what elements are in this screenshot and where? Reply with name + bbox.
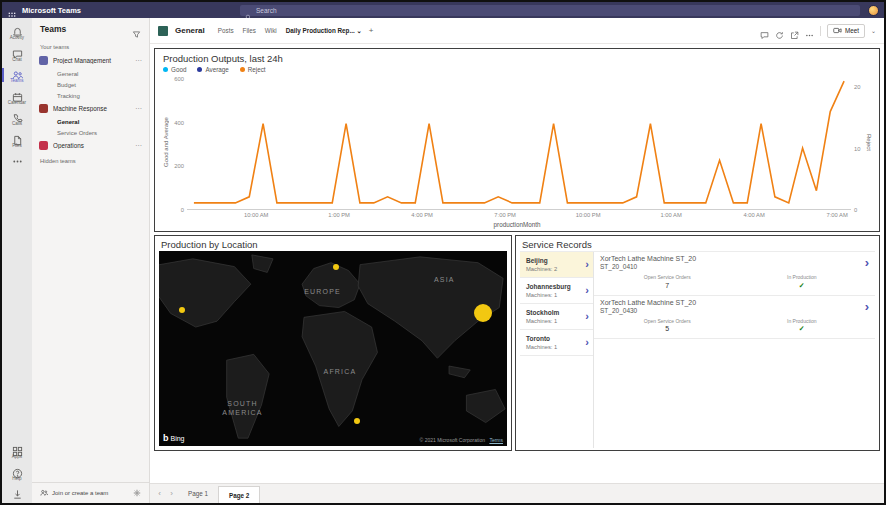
filter-icon[interactable] [132, 25, 141, 34]
map-continents [159, 251, 507, 446]
channel-project-management-general[interactable]: General [32, 68, 149, 79]
map-dot-stockholm[interactable] [333, 264, 339, 270]
records-list: XorTech Lathe Machine ST_20ST_20_0410›Op… [594, 252, 875, 448]
chart-legend: GoodAverageReject [161, 65, 873, 75]
map-label-south-america: SOUTH AMERICA [222, 400, 262, 418]
record-top: XorTech Lathe Machine ST_20ST_20_0410› [600, 255, 869, 270]
team-project-management[interactable]: Project Management⋯ [32, 53, 149, 68]
header-divider [820, 26, 821, 36]
download-icon [12, 486, 23, 497]
channel-project-management-tracking[interactable]: Tracking [32, 90, 149, 101]
search-bar[interactable]: Search [240, 5, 860, 16]
header-popout-icon[interactable] [790, 26, 799, 35]
x-axis-ticks: 10:00 AM1:00 PM4:00 PM7:00 PM10:00 PM1:0… [187, 211, 851, 221]
header-chat-icon[interactable] [760, 26, 769, 35]
location-toronto[interactable]: TorontoMachines: 1› [520, 330, 593, 356]
meet-button[interactable]: Meet [827, 24, 865, 38]
rail-item-label: Apps [12, 455, 22, 460]
world-map[interactable]: EUROPEASIAAFRICASOUTH AMERICA b Bing © 2… [159, 251, 507, 446]
rail-item-apps[interactable]: Apps [2, 440, 32, 462]
tab-posts[interactable]: Posts [218, 27, 234, 34]
team-more-options[interactable]: ⋯ [135, 142, 142, 149]
header-more-icon[interactable] [805, 26, 814, 35]
join-create-team-button[interactable]: Join or create a team [52, 490, 129, 496]
record-text: XorTech Lathe Machine ST_20ST_20_0410 [600, 255, 696, 270]
meet-dropdown-caret[interactable]: ⌄ [871, 27, 876, 34]
files-icon [12, 132, 23, 143]
production-chart-panel[interactable]: Production Outputs, last 24h GoodAverage… [154, 48, 880, 232]
rail-item-help[interactable]: Help [2, 462, 32, 484]
rail-item-teams[interactable]: Teams [2, 64, 32, 86]
orders-label: Open Service Orders [600, 318, 735, 324]
chevron-right-icon[interactable]: › [865, 256, 869, 269]
hidden-teams-label[interactable]: Hidden teams [32, 153, 149, 167]
team-badge [158, 26, 168, 36]
rail-item-label: Calendar [8, 101, 26, 106]
apps-icon [12, 443, 23, 454]
rail-item-activity[interactable]: Activity [2, 21, 32, 43]
record-top: XorTech Lathe Machine ST_20ST_20_0430› [600, 299, 869, 314]
chevron-right-icon[interactable]: › [585, 337, 589, 348]
plot-area[interactable] [187, 75, 851, 210]
x-tick: 7:00 PM [494, 212, 516, 218]
service-records-panel: Service Records BeijingMachines: 2›Johan… [515, 235, 880, 451]
team-avatar [39, 56, 48, 65]
terms-link[interactable]: Terms [489, 437, 503, 443]
production-label: In Production [735, 318, 870, 324]
map-dot-toronto[interactable] [179, 307, 185, 313]
chart-area: Good and Average 0200400600 01020 Reject [161, 75, 873, 210]
page-tab-page-1[interactable]: Page 1 [178, 484, 218, 503]
legend-dot [240, 67, 245, 72]
rail-item-files[interactable]: Files [2, 129, 32, 151]
service-record-2[interactable]: XorTech Lathe Machine ST_20ST_20_0430›Op… [594, 296, 875, 340]
location-machines: Machines: 1 [526, 318, 559, 324]
user-avatar[interactable] [868, 5, 879, 16]
location-johannesburg[interactable]: JohannesburgMachines: 1› [520, 278, 593, 304]
channel-machine-response-general[interactable]: General [32, 116, 149, 127]
team-operations[interactable]: Operations⋯ [32, 138, 149, 153]
header-refresh-icon[interactable] [775, 26, 784, 35]
next-page-button[interactable]: › [166, 484, 177, 503]
map-label-asia: ASIA [434, 276, 455, 285]
header-icons [760, 26, 814, 35]
page-tab-page-2[interactable]: Page 2 [218, 486, 260, 503]
chevron-right-icon[interactable]: › [865, 300, 869, 313]
team-machine-response[interactable]: Machine Response⋯ [32, 101, 149, 116]
rail-item-more[interactable] [2, 150, 32, 166]
chevron-right-icon[interactable]: › [585, 259, 589, 270]
map-panel: Production by Location [154, 235, 512, 451]
tab-daily-production-rep[interactable]: Daily Production Rep... ⌄ [286, 27, 362, 34]
rail-item-download[interactable] [2, 483, 32, 499]
chevron-right-icon[interactable]: › [585, 311, 589, 322]
tab-wiki[interactable]: Wiki [265, 27, 277, 34]
rail-item-calls[interactable]: Calls [2, 107, 32, 129]
app-launcher-icon[interactable] [8, 6, 16, 14]
orders-value: 7 [600, 282, 735, 289]
report-canvas: Production Outputs, last 24h GoodAverage… [150, 44, 884, 483]
add-tab-button[interactable]: + [369, 26, 374, 35]
chevron-right-icon[interactable]: › [585, 285, 589, 296]
x-tick: 10:00 PM [576, 212, 601, 218]
rail-item-label: Files [12, 144, 22, 149]
rail-item-chat[interactable]: Chat [2, 43, 32, 65]
bing-logo[interactable]: b Bing [163, 434, 185, 443]
team-more-options[interactable]: ⋯ [135, 105, 142, 112]
location-beijing[interactable]: BeijingMachines: 2› [520, 252, 593, 278]
page-tab-list: Page 1Page 2 [178, 484, 260, 503]
rail-item-calendar[interactable]: Calendar [2, 86, 32, 108]
gear-icon[interactable] [133, 489, 141, 497]
record-subtitle: ST_20_0410 [600, 263, 696, 270]
teams-sidebar: Teams Your teams Project Management⋯Gene… [32, 18, 150, 503]
channel-machine-response-service-orders[interactable]: Service Orders [32, 127, 149, 138]
location-stockholm[interactable]: StockholmMachines: 1› [520, 304, 593, 330]
bottom-row: Production by Location [154, 235, 880, 451]
y-tick: 400 [174, 120, 184, 126]
prev-page-button[interactable]: ‹ [154, 484, 165, 503]
channel-project-management-budget[interactable]: Budget [32, 79, 149, 90]
tab-files[interactable]: Files [243, 27, 256, 34]
map-dot-johannesburg[interactable] [354, 418, 360, 424]
service-record-1[interactable]: XorTech Lathe Machine ST_20ST_20_0410›Op… [594, 252, 875, 296]
legend-item-good: Good [163, 66, 186, 73]
team-more-options[interactable]: ⋯ [135, 57, 142, 64]
map-dot-beijing[interactable] [474, 304, 492, 322]
